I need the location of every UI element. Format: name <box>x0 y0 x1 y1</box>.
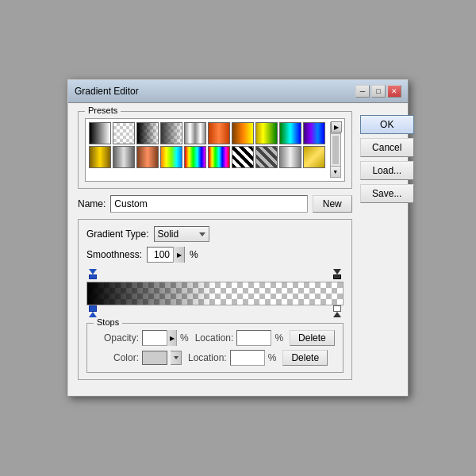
scroll-down-button[interactable]: ▼ <box>331 166 340 177</box>
smoothness-stepper[interactable]: ▶ <box>173 247 184 263</box>
stop-arrow-down-icon <box>89 269 97 274</box>
preset-swatch[interactable] <box>160 146 182 168</box>
dialog-bottom-padding <box>68 388 408 396</box>
load-button[interactable]: Load... <box>360 161 414 180</box>
color-stop-left[interactable] <box>88 305 98 318</box>
opacity-stop-left[interactable] <box>88 269 98 280</box>
opacity-stepper[interactable]: ▶ <box>167 330 176 346</box>
preset-swatch[interactable] <box>184 122 206 144</box>
opacity-delete-button[interactable]: Delete <box>290 330 335 346</box>
preset-swatch[interactable] <box>208 122 230 144</box>
preset-swatch[interactable] <box>113 146 135 168</box>
new-button[interactable]: New <box>313 195 352 213</box>
color-location-label: Location: <box>188 352 227 363</box>
preset-swatch[interactable] <box>303 146 325 168</box>
opacity-location-unit: % <box>274 332 283 344</box>
preset-swatch[interactable] <box>184 146 206 168</box>
preset-row-1 <box>89 122 327 144</box>
preset-swatch[interactable] <box>255 122 278 144</box>
smoothness-input[interactable] <box>148 249 173 260</box>
preset-swatch[interactable] <box>279 146 301 168</box>
gradient-type-arrow-icon <box>199 232 205 236</box>
opacity-label: Opacity: <box>95 332 139 344</box>
gradient-type-select[interactable]: Solid <box>154 226 209 242</box>
stop-rect <box>89 305 97 312</box>
presets-expand-icon[interactable]: ▶ <box>331 121 342 132</box>
preset-swatch[interactable] <box>89 146 111 168</box>
name-row: Name: New <box>78 195 352 213</box>
color-label: Color: <box>95 352 139 363</box>
smoothness-row: Smoothness: ▶ % <box>86 247 344 263</box>
stop-rect <box>333 305 341 312</box>
opacity-location-wrap <box>236 330 271 346</box>
opacity-stop-markers <box>86 269 344 282</box>
opacity-unit: % <box>180 332 189 344</box>
color-stop-right[interactable] <box>332 305 342 318</box>
stop-rect <box>89 274 97 279</box>
opacity-input[interactable] <box>143 333 167 343</box>
minimize-button[interactable]: ─ <box>355 85 370 98</box>
smoothness-label: Smoothness: <box>86 249 142 260</box>
presets-group: Presets ▶ <box>78 111 352 189</box>
left-panel: Presets ▶ <box>78 111 352 380</box>
scroll-thumb[interactable] <box>332 136 339 164</box>
ok-button[interactable]: OK <box>360 115 414 134</box>
preset-swatch[interactable] <box>303 122 325 144</box>
color-dropdown-button[interactable] <box>171 351 182 365</box>
name-input[interactable] <box>110 195 307 213</box>
preset-swatch[interactable] <box>136 122 159 144</box>
preset-swatch[interactable] <box>255 146 278 168</box>
color-swatch[interactable] <box>142 351 167 365</box>
preset-row-2 <box>89 146 327 168</box>
preset-swatch[interactable] <box>113 122 135 144</box>
color-location-wrap <box>230 350 265 366</box>
opacity-value-wrap: ▶ <box>142 330 177 346</box>
dialog-title: Gradient Editor <box>75 86 139 97</box>
preset-swatch[interactable] <box>208 146 230 168</box>
gradient-type-value: Solid <box>158 228 179 240</box>
title-bar-buttons: ─ □ ✕ <box>355 85 401 98</box>
stop-rect <box>333 274 341 279</box>
presets-swatches <box>89 122 327 178</box>
gradient-bar[interactable] <box>86 282 344 305</box>
stops-legend: Stops <box>94 317 122 327</box>
right-panel: OK Cancel Load... Save... <box>360 111 414 380</box>
gradient-options-group: Gradient Type: Solid Smoothness: ▶ % <box>78 219 352 380</box>
color-stop-row: Color: Location: % Delete <box>95 350 335 366</box>
smoothness-unit: % <box>190 249 198 260</box>
cancel-button[interactable]: Cancel <box>360 138 414 157</box>
type-row: Gradient Type: Solid <box>86 226 344 242</box>
gradient-type-label: Gradient Type: <box>86 228 149 240</box>
smoothness-input-wrap: ▶ <box>147 247 185 263</box>
color-location-input[interactable] <box>231 353 258 363</box>
color-stop-markers <box>86 305 344 320</box>
preset-swatch[interactable] <box>232 122 254 144</box>
save-button[interactable]: Save... <box>360 184 414 203</box>
opacity-location-label: Location: <box>195 332 234 344</box>
color-delete-button[interactable]: Delete <box>282 350 328 366</box>
color-location-unit: % <box>268 352 277 363</box>
presets-legend: Presets <box>85 106 121 115</box>
title-bar: Gradient Editor ─ □ ✕ <box>68 80 408 103</box>
close-button[interactable]: ✕ <box>387 85 401 98</box>
preset-swatch[interactable] <box>89 122 111 144</box>
preset-swatch[interactable] <box>279 122 301 144</box>
dialog-body: Presets ▶ <box>68 103 408 388</box>
opacity-location-input[interactable] <box>237 333 264 343</box>
preset-swatch[interactable] <box>160 122 182 144</box>
opacity-stop-row: Opacity: ▶ % Location: % Delete <box>95 330 335 346</box>
opacity-stop-right[interactable] <box>332 269 342 280</box>
preset-swatch[interactable] <box>232 146 254 168</box>
gradient-bar-visual <box>87 282 343 305</box>
name-label: Name: <box>78 198 106 209</box>
maximize-button[interactable]: □ <box>371 85 386 98</box>
preset-swatch[interactable] <box>136 146 159 168</box>
stop-arrow-up-icon <box>89 312 97 317</box>
color-dropdown-arrow-icon <box>174 356 178 359</box>
gradient-bar-section <box>86 269 344 320</box>
gradient-editor-dialog: Gradient Editor ─ □ ✕ Presets ▶ <box>67 79 409 397</box>
stop-arrow-up-icon <box>333 312 341 317</box>
stops-group: Stops Opacity: ▶ % Location: % <box>86 323 344 373</box>
stop-arrow-down-icon <box>333 269 341 274</box>
